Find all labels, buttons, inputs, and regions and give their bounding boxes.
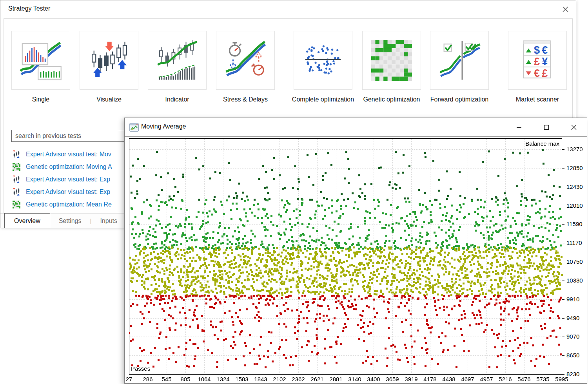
moving-average-titlebar[interactable]: Moving Average xyxy=(125,118,587,137)
y-axis-tick-label: 10750 xyxy=(566,258,588,265)
indicator-test-icon xyxy=(156,39,198,82)
tile-label-indicator: Indicator xyxy=(144,94,211,104)
svg-text:$: $ xyxy=(534,44,540,56)
close-icon xyxy=(571,124,577,130)
visual-test-icon xyxy=(13,150,20,158)
svg-text:£: £ xyxy=(534,56,540,67)
tile-single[interactable] xyxy=(11,31,70,90)
y-axis-tick-label: 12850 xyxy=(566,165,588,171)
tile-label-market-scanner: Market scanner xyxy=(504,94,571,104)
y-axis-tick-label: 9070 xyxy=(566,333,588,340)
tile-complete-optimization[interactable] xyxy=(294,31,352,90)
single-test-icon xyxy=(20,39,62,82)
y-axis-tick-label: 9910 xyxy=(566,296,588,302)
chart-title-balance-max: Balance max xyxy=(525,140,559,147)
strategy-tester-title: Strategy Tester xyxy=(8,5,50,12)
close-icon xyxy=(562,6,569,13)
tile-forward-optimization[interactable] xyxy=(430,31,489,90)
optimization-scatter-canvas xyxy=(129,138,565,375)
genetic-optimization-list-icon xyxy=(13,201,20,208)
tab-inputs[interactable]: Inputs xyxy=(91,214,126,228)
svg-text:€: € xyxy=(534,67,540,79)
y-axis-tick-label: 11590 xyxy=(566,221,588,227)
forward-optimization-icon xyxy=(438,39,481,82)
svg-text:¥: ¥ xyxy=(542,56,548,67)
x-axis-tick-label: 5995 xyxy=(550,376,573,382)
moving-average-window: Moving Average Balance max Passes 132701… xyxy=(124,118,587,384)
tile-market-scanner[interactable]: $ € £ ¥ € £ xyxy=(508,31,567,90)
maximize-button[interactable] xyxy=(539,121,554,133)
previous-test-label: Expert Advisor visual test: Exp xyxy=(26,176,110,183)
minimize-icon xyxy=(516,124,522,130)
moving-average-window-icon xyxy=(129,123,139,132)
genetic-optimization-icon xyxy=(371,40,412,81)
tile-genetic-optimization[interactable] xyxy=(362,31,421,90)
y-axis-tick-label: 11170 xyxy=(566,239,588,246)
tile-label-complete-optimization: Complete optimization xyxy=(290,94,356,104)
complete-optimization-icon xyxy=(302,41,344,80)
tile-visualize[interactable] xyxy=(80,31,138,90)
market-scanner-icon: $ € £ ¥ € £ xyxy=(516,39,559,82)
previous-test-label: Expert Advisor visual test: Mov xyxy=(26,151,111,158)
genetic-optimization-list-icon xyxy=(13,163,20,171)
y-axis-tick-label: 8650 xyxy=(566,352,588,359)
tile-stress-delays[interactable] xyxy=(216,31,275,90)
y-axis-tick-label: 12430 xyxy=(566,183,588,190)
y-axis-tick-label: 13270 xyxy=(566,146,588,152)
tile-label-genetic-optimization: Genetic optimization xyxy=(358,94,425,104)
strategy-tester-close-button[interactable] xyxy=(556,2,574,16)
minimize-button[interactable] xyxy=(511,121,527,133)
previous-test-label: Genetic optimization: Moving A xyxy=(26,163,112,170)
visual-test-icon xyxy=(13,176,20,183)
previous-test-label: Genetic optimization: Mean Re xyxy=(26,201,112,208)
tile-label-single: Single xyxy=(7,94,74,104)
y-axis-tick-label: 12010 xyxy=(566,202,588,209)
svg-text:€: € xyxy=(542,44,548,56)
stress-delays-icon xyxy=(224,39,267,82)
chart-xlabel-passes: Passes xyxy=(131,365,150,372)
maximize-icon xyxy=(543,124,550,130)
close-button[interactable] xyxy=(566,121,582,133)
tab-overview[interactable]: Overview xyxy=(4,213,50,228)
previous-test-label: Expert Advisor visual test: Exp xyxy=(26,188,110,196)
tile-label-visualize: Visualize xyxy=(76,94,142,104)
y-axis-tick-label: 10330 xyxy=(566,277,588,284)
visualize-test-icon xyxy=(88,39,130,82)
tile-label-stress-delays: Stress & Delays xyxy=(212,94,279,104)
tab-settings[interactable]: Settings xyxy=(50,214,90,228)
svg-text:£: £ xyxy=(542,67,548,79)
y-axis-tick-label: 9490 xyxy=(566,315,588,321)
moving-average-window-title: Moving Average xyxy=(141,123,186,130)
visual-test-icon xyxy=(13,188,20,196)
tile-label-forward-optimization: Forward optimization xyxy=(426,94,493,104)
tile-indicator[interactable] xyxy=(148,31,207,90)
